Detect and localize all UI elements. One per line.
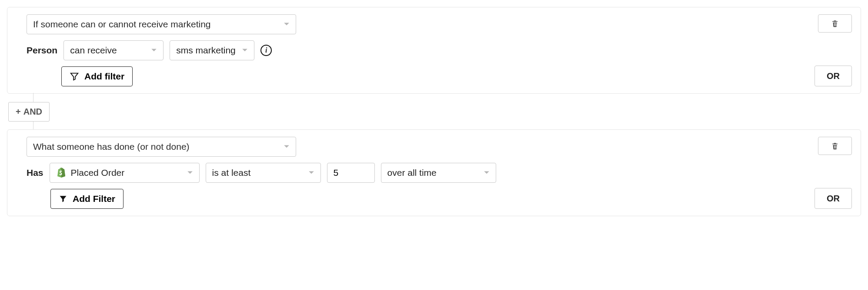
delete-group-button[interactable] [818, 14, 852, 33]
add-and-button[interactable]: + AND [8, 102, 50, 122]
event-label: Placed Order [71, 168, 125, 178]
can-receive-label: can receive [70, 45, 117, 56]
condition-group-activity: What someone has done (or not done) Has … [7, 129, 861, 216]
chevron-down-icon [484, 171, 490, 175]
trash-icon [831, 142, 839, 150]
operator-label: is at least [212, 168, 251, 178]
timeframe-label: over all time [387, 168, 437, 178]
condition-type-label: What someone has done (or not done) [33, 142, 190, 152]
chevron-down-icon [151, 48, 157, 53]
channel-select[interactable]: sms marketing [170, 40, 254, 60]
add-filter-label: Add filter [84, 71, 124, 82]
add-filter-label: Add Filter [73, 194, 115, 204]
person-label: Person [27, 45, 57, 56]
and-connector: + AND [33, 94, 861, 129]
operator-select[interactable]: is at least [206, 163, 321, 183]
condition-group-marketing: If someone can or cannot receive marketi… [7, 7, 861, 94]
has-label: Has [27, 168, 43, 178]
condition-type-label: If someone can or cannot receive marketi… [33, 19, 211, 30]
event-select[interactable]: Placed Order [50, 163, 200, 183]
and-label: AND [23, 107, 42, 117]
chevron-down-icon [242, 48, 248, 53]
or-label: OR [827, 194, 840, 204]
or-button[interactable]: OR [815, 188, 852, 209]
or-button[interactable]: OR [815, 66, 852, 86]
channel-label: sms marketing [176, 45, 236, 56]
condition-type-select[interactable]: If someone can or cannot receive marketi… [27, 14, 296, 34]
add-filter-button[interactable]: Add Filter [50, 189, 124, 209]
or-label: OR [827, 71, 840, 81]
shopify-icon [56, 168, 67, 178]
filter-icon [70, 72, 79, 81]
chevron-down-icon [284, 145, 290, 149]
add-filter-button[interactable]: Add filter [61, 66, 133, 86]
filter-icon [59, 194, 67, 203]
condition-type-select[interactable]: What someone has done (or not done) [27, 137, 296, 157]
chevron-down-icon [187, 171, 193, 175]
count-input[interactable] [327, 163, 375, 183]
can-receive-select[interactable]: can receive [63, 40, 164, 60]
timeframe-select[interactable]: over all time [381, 163, 496, 183]
delete-group-button[interactable] [818, 137, 852, 155]
chevron-down-icon [284, 22, 290, 26]
plus-icon: + [16, 107, 21, 117]
info-icon[interactable]: i [260, 45, 272, 56]
trash-icon [831, 19, 839, 28]
chevron-down-icon [308, 171, 314, 175]
